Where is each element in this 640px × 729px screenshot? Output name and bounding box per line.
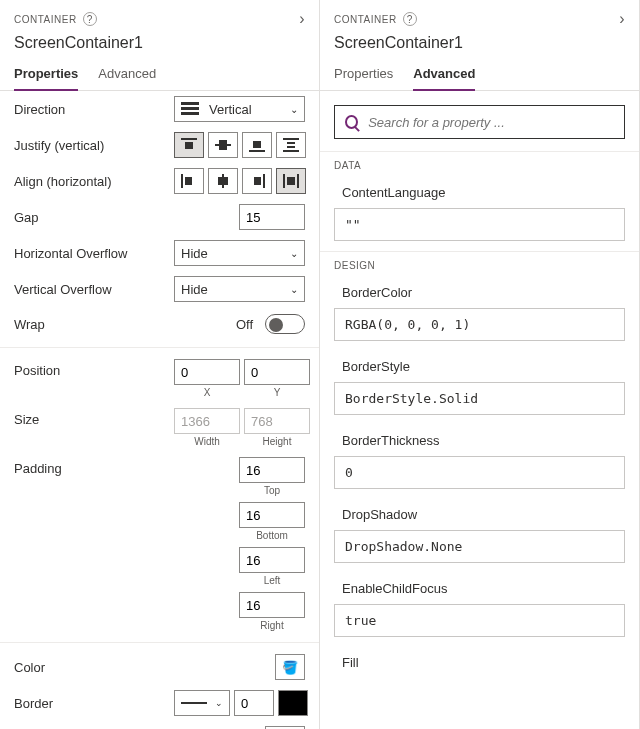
align-stretch-button[interactable] <box>276 168 306 194</box>
border-thickness-input[interactable] <box>234 690 274 716</box>
label-gap: Gap <box>14 210 174 225</box>
section-design: DESIGN <box>320 251 639 277</box>
control-type: CONTAINER <box>14 14 77 25</box>
gap-input[interactable] <box>239 204 305 230</box>
justify-center-button[interactable] <box>208 132 238 158</box>
align-end-button[interactable] <box>242 168 272 194</box>
prop-contentlanguage-value[interactable]: "" <box>334 208 625 241</box>
label-justify: Justify (vertical) <box>14 138 174 153</box>
control-type: CONTAINER <box>334 14 397 25</box>
prop-enablechildfocus-value[interactable]: true <box>334 604 625 637</box>
padding-bottom-input[interactable] <box>239 502 305 528</box>
chevron-down-icon: ⌄ <box>290 104 298 115</box>
chevron-right-icon[interactable]: › <box>619 10 625 28</box>
prop-bordercolor-name: BorderColor <box>320 277 639 304</box>
wrap-toggle[interactable] <box>265 314 305 334</box>
size-width-input[interactable] <box>174 408 240 434</box>
padding-left-input[interactable] <box>239 547 305 573</box>
property-search[interactable] <box>334 105 625 139</box>
prop-borderstyle-value[interactable]: BorderStyle.Solid <box>334 382 625 415</box>
tab-advanced[interactable]: Advanced <box>98 66 156 90</box>
search-icon <box>345 115 358 129</box>
padding-top-input[interactable] <box>239 457 305 483</box>
label-size: Size <box>14 408 174 427</box>
prop-borderstyle-name: BorderStyle <box>320 351 639 378</box>
label-align: Align (horizontal) <box>14 174 174 189</box>
label-padding: Padding <box>14 457 174 476</box>
help-icon[interactable]: ? <box>83 12 97 26</box>
advanced-content: DATA ContentLanguage "" DESIGN BorderCol… <box>320 91 639 729</box>
border-color-picker[interactable] <box>278 690 308 716</box>
align-center-button[interactable] <box>208 168 238 194</box>
tab-properties[interactable]: Properties <box>334 66 393 90</box>
prop-borderthickness-name: BorderThickness <box>320 425 639 452</box>
wrap-state: Off <box>236 317 253 332</box>
prop-borderthickness-value[interactable]: 0 <box>334 456 625 489</box>
padding-right-input[interactable] <box>239 592 305 618</box>
color-picker[interactable]: 🪣 <box>275 654 305 680</box>
control-name: ScreenContainer1 <box>14 34 305 52</box>
label-position: Position <box>14 359 174 378</box>
voverflow-select[interactable]: Hide⌄ <box>174 276 305 302</box>
property-search-input[interactable] <box>366 114 614 131</box>
tab-advanced[interactable]: Advanced <box>413 66 475 91</box>
prop-fill-name: Fill <box>320 647 639 674</box>
prop-dropshadow-value[interactable]: DropShadow.None <box>334 530 625 563</box>
label-voverflow: Vertical Overflow <box>14 282 174 297</box>
label-color: Color <box>14 660 174 675</box>
border-style-select[interactable]: ⌄ <box>174 690 230 716</box>
prop-enablechildfocus-name: EnableChildFocus <box>320 573 639 600</box>
tab-properties[interactable]: Properties <box>14 66 78 91</box>
hoverflow-select[interactable]: Hide⌄ <box>174 240 305 266</box>
properties-panel: CONTAINER ? › ScreenContainer1 Propertie… <box>0 0 320 729</box>
position-x-input[interactable] <box>174 359 240 385</box>
chevron-right-icon[interactable]: › <box>299 10 305 28</box>
prop-bordercolor-value[interactable]: RGBA(0, 0, 0, 1) <box>334 308 625 341</box>
label-border: Border <box>14 696 174 711</box>
help-icon[interactable]: ? <box>403 12 417 26</box>
justify-space-between-button[interactable] <box>276 132 306 158</box>
justify-end-button[interactable] <box>242 132 272 158</box>
prop-dropshadow-name: DropShadow <box>320 499 639 526</box>
direction-vertical-icon <box>181 102 199 116</box>
position-y-input[interactable] <box>244 359 310 385</box>
section-data: DATA <box>320 151 639 177</box>
direction-select[interactable]: Vertical ⌄ <box>174 96 305 122</box>
paint-bucket-icon: 🪣 <box>282 660 298 675</box>
control-name: ScreenContainer1 <box>334 34 625 52</box>
align-start-button[interactable] <box>174 168 204 194</box>
label-hoverflow: Horizontal Overflow <box>14 246 174 261</box>
label-direction: Direction <box>14 102 174 117</box>
prop-contentlanguage-name: ContentLanguage <box>320 177 639 204</box>
size-height-input[interactable] <box>244 408 310 434</box>
advanced-panel: CONTAINER ? › ScreenContainer1 Propertie… <box>320 0 640 729</box>
properties-content: Direction Vertical ⌄ Justify (vertical) <box>0 91 319 729</box>
label-wrap: Wrap <box>14 317 174 332</box>
justify-start-button[interactable] <box>174 132 204 158</box>
